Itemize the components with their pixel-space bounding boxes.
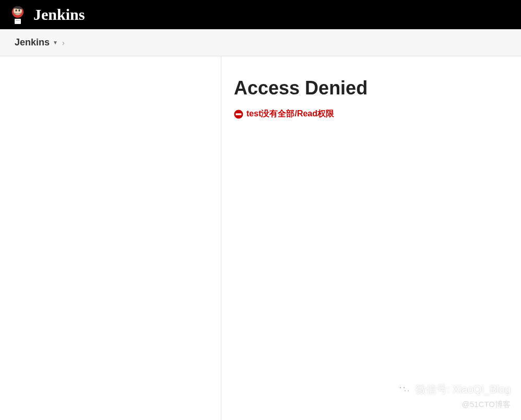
breadcrumb-root[interactable]: Jenkins ▼ [15,37,58,48]
watermark-line1: 微信号: XiaoQi_Blog [397,382,511,397]
content-area: Access Denied test没有全部/Read权限 [0,56,521,420]
watermark-text-1: 微信号: XiaoQi_Blog [416,382,511,397]
svg-point-11 [403,387,405,388]
wechat-icon [397,383,411,396]
svg-point-2 [16,9,17,11]
brand-name: Jenkins [33,6,85,23]
svg-rect-5 [16,20,20,21]
breadcrumb-label: Jenkins [15,37,50,48]
page-title: Access Denied [234,77,511,99]
brand-link[interactable]: Jenkins [8,4,85,25]
svg-rect-7 [236,113,242,115]
watermark-text-2: @51CTO博客 [462,400,511,410]
breadcrumb-separator-icon: › [62,39,65,47]
header-bar: Jenkins [0,0,521,29]
error-message-row: test没有全部/Read权限 [234,109,511,119]
jenkins-logo-icon [8,4,27,25]
svg-rect-4 [15,19,21,24]
svg-point-12 [405,390,406,391]
chevron-down-icon: ▼ [53,40,58,45]
svg-point-3 [19,9,20,11]
error-text: test没有全部/Read权限 [246,109,334,119]
sidebar [0,56,221,420]
breadcrumb-bar: Jenkins ▼ › [0,29,521,56]
svg-point-9 [402,388,411,394]
no-entry-icon [234,110,243,119]
svg-point-13 [408,390,409,391]
main-panel: Access Denied test没有全部/Read权限 [221,56,521,420]
watermark: 微信号: XiaoQi_Blog @51CTO博客 [397,382,511,410]
svg-point-10 [399,387,401,388]
